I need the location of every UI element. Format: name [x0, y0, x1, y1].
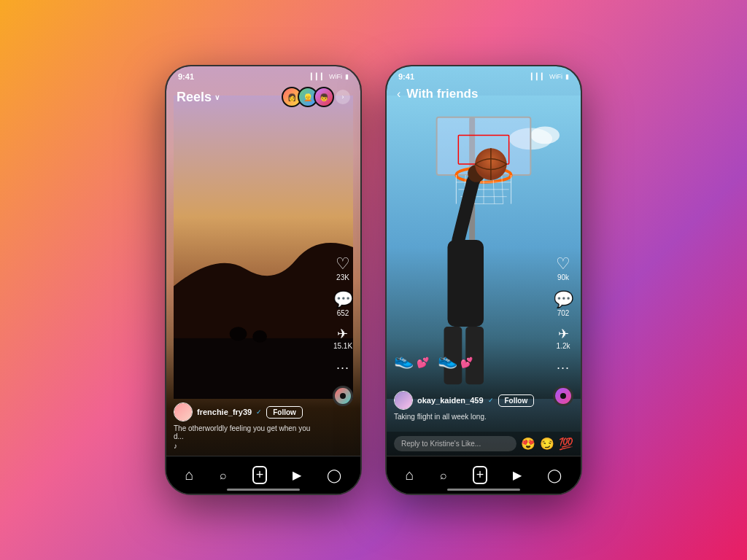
reel-info-2: okay_kaiden_459 ✓ Follow Taking flight i… — [387, 391, 549, 421]
friend-stickers: 👟 💕 👟 💕 — [394, 351, 473, 370]
caption-2: Taking flight in all week long. — [394, 413, 541, 421]
heart-icon: ♡ — [336, 256, 350, 272]
avatar-2 — [394, 391, 413, 410]
user-row-2: okay_kaiden_459 ✓ Follow — [394, 391, 541, 410]
verified-icon-1: ✓ — [256, 408, 262, 416]
svg-rect-1 — [174, 338, 353, 399]
like-button-2[interactable]: ♡ 90k — [556, 256, 570, 281]
story-arrow[interactable]: › — [336, 90, 350, 104]
home-indicator-1 — [227, 489, 300, 491]
nav-profile-2[interactable]: ◯ — [547, 467, 562, 483]
comment-button[interactable]: 💬 652 — [333, 292, 353, 317]
comment-icon: 💬 — [333, 292, 353, 308]
username-2: okay_kaiden_459 — [417, 396, 484, 405]
battery-icon-2: ▮ — [565, 73, 569, 80]
more-button[interactable]: ··· — [336, 360, 349, 376]
nav-plus-1[interactable]: + — [252, 466, 268, 485]
search-icon: ⌕ — [220, 469, 227, 482]
svg-point-2 — [230, 327, 247, 341]
nav-home-2[interactable]: ⌂ — [406, 467, 414, 483]
back-button[interactable]: ‹ — [397, 88, 400, 101]
signal-icon: ▎▎▎ — [311, 73, 326, 80]
reels-title[interactable]: Reels ∨ — [177, 90, 220, 105]
action-buttons-2: ♡ 90k 💬 702 ✈ 1.2k ··· — [553, 256, 573, 406]
nav-home-1[interactable]: ⌂ — [185, 467, 194, 483]
story-bubbles[interactable]: 👩 👱 👦 › — [282, 87, 350, 107]
share-count-2: 1.2k — [557, 342, 570, 350]
share-icon: ✈ — [337, 327, 348, 341]
reels-nav-icon: ▶ — [293, 468, 301, 482]
emoji-2[interactable]: 😏 — [540, 437, 554, 451]
more-button-2[interactable]: ··· — [557, 360, 570, 376]
story-bubble-3[interactable]: 👦 — [314, 87, 334, 107]
sunset-overlay — [174, 96, 353, 399]
status-time-1: 9:41 — [178, 72, 194, 81]
phone-friends: 9:41 ▎▎▎ WiFi ▮ ‹ With friends ♡ 90k 💬 7… — [385, 65, 582, 495]
reply-bar: Reply to Kristine's Like... 😍 😏 💯 — [387, 432, 581, 456]
music-row: ♪ — [174, 442, 321, 450]
music-icon: ♪ — [174, 442, 177, 450]
svg-point-6 — [530, 127, 560, 144]
plus-icon: + — [252, 466, 268, 485]
avatar-1 — [174, 402, 193, 421]
like-button[interactable]: ♡ 23K — [336, 256, 350, 281]
svg-rect-25 — [447, 240, 484, 327]
battery-icon: ▮ — [345, 73, 349, 80]
with-friends-title: With friends — [406, 87, 478, 101]
share-button-2[interactable]: ✈ 1.2k — [557, 327, 570, 350]
home-indicator-2 — [447, 489, 520, 491]
reels-nav-icon-2: ▶ — [513, 468, 522, 482]
friends-header: ‹ With friends — [387, 87, 581, 101]
svg-point-3 — [252, 330, 267, 343]
comment-icon-2: 💬 — [554, 292, 573, 308]
share-button[interactable]: ✈ 15.1K — [333, 327, 352, 350]
heart-icon-2: ♡ — [556, 256, 570, 272]
signal-icon-2: ▎▎▎ — [531, 73, 546, 80]
profile-icon: ◯ — [327, 467, 341, 483]
follow-button-1[interactable]: Follow — [266, 406, 303, 419]
comment-count-2: 702 — [557, 309, 570, 317]
nav-search-1[interactable]: ⌕ — [220, 469, 227, 482]
wifi-icon-2: WiFi — [549, 73, 562, 80]
nav-profile-1[interactable]: ◯ — [327, 467, 341, 483]
status-icons-1: ▎▎▎ WiFi ▮ — [311, 73, 349, 80]
status-bar-2: 9:41 ▎▎▎ WiFi ▮ — [387, 66, 581, 84]
follow-button-2[interactable]: Follow — [498, 394, 535, 407]
action-buttons-1: ♡ 23K 💬 652 ✈ 15.1K ··· — [333, 256, 353, 406]
status-bar-1: 9:41 ▎▎▎ WiFi ▮ — [166, 66, 360, 84]
nav-reels-2[interactable]: ▶ — [513, 468, 522, 482]
username-1: frenchie_fry39 — [197, 408, 252, 416]
sticker-2: 👟 — [438, 351, 457, 370]
nav-reels-1[interactable]: ▶ — [293, 468, 301, 482]
wifi-icon: WiFi — [329, 73, 342, 80]
share-count: 15.1K — [333, 342, 352, 350]
comment-button-2[interactable]: 💬 702 — [554, 292, 573, 317]
reels-label: Reels — [177, 90, 212, 105]
search-icon-2: ⌕ — [440, 469, 447, 482]
reel-info-1: frenchie_fry39 ✓ Follow The otherworldly… — [166, 402, 328, 450]
home-icon-2: ⌂ — [406, 467, 414, 483]
home-icon: ⌂ — [185, 467, 194, 483]
reels-header: Reels ∨ 👩 👱 👦 › — [166, 87, 360, 107]
verified-icon-2: ✓ — [488, 397, 494, 404]
emoji-1[interactable]: 😍 — [521, 437, 535, 451]
sticker-1: 👟 — [394, 351, 414, 370]
user-row-1: frenchie_fry39 ✓ Follow — [174, 402, 321, 421]
reply-input[interactable]: Reply to Kristine's Like... — [394, 436, 516, 451]
caption-1: The otherworldly feeling you get when yo… — [174, 424, 321, 440]
music-disc-2[interactable] — [553, 386, 573, 406]
more-icon: ··· — [336, 360, 349, 376]
like-count: 23K — [336, 273, 349, 281]
nav-search-2[interactable]: ⌕ — [440, 469, 447, 482]
sticker-heart-2: 💕 — [460, 357, 473, 370]
music-disc[interactable] — [333, 386, 353, 406]
emoji-3[interactable]: 💯 — [559, 437, 573, 451]
more-icon-2: ··· — [557, 360, 570, 376]
phone-reels: 9:41 ▎▎▎ WiFi ▮ Reels ∨ 👩 👱 👦 — [165, 65, 362, 495]
profile-icon-2: ◯ — [547, 467, 562, 483]
nav-plus-2[interactable]: + — [473, 466, 488, 485]
sticker-heart-1: 💕 — [417, 357, 429, 370]
reply-placeholder: Reply to Kristine's Like... — [401, 440, 481, 448]
share-icon-2: ✈ — [558, 327, 569, 341]
plus-icon-2: + — [473, 466, 488, 485]
